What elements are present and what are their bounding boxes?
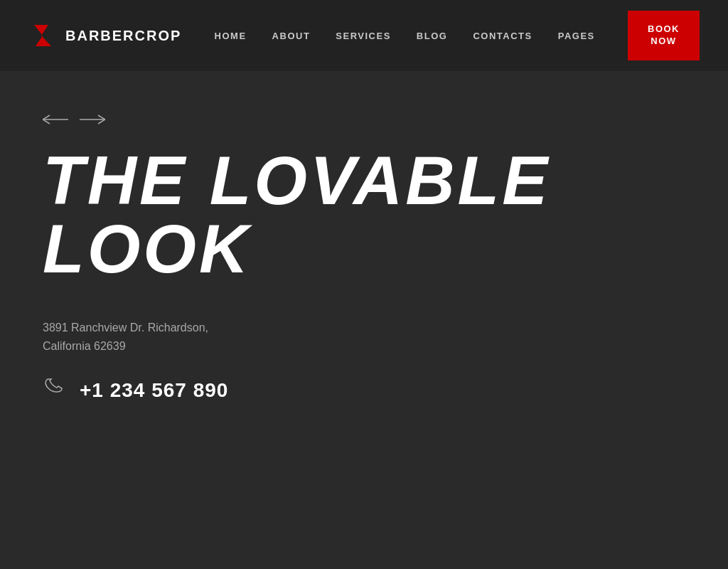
prev-button[interactable] <box>43 114 68 125</box>
header: BARBERCROP HOME ABOUT SERVICES BLOG CONT… <box>0 0 728 71</box>
address-line1: 3891 Ranchview Dr. Richardson, <box>43 319 685 337</box>
page-title: THE LOVABLE LOOK <box>43 147 685 283</box>
arrow-left-icon <box>43 114 68 125</box>
main-content: THE LOVABLE LOOK 3891 Ranchview Dr. Rich… <box>0 71 728 433</box>
logo-link[interactable]: BARBERCROP <box>28 21 181 50</box>
main-nav: HOME ABOUT SERVICES BLOG CONTACTS PAGES <box>215 31 595 41</box>
svg-marker-0 <box>34 25 51 46</box>
nav-about[interactable]: ABOUT <box>272 31 311 41</box>
nav-blog[interactable]: BLOG <box>417 31 448 41</box>
nav-contacts[interactable]: CONTACTS <box>473 31 532 41</box>
address-line2: California 62639 <box>43 337 685 356</box>
book-now-button[interactable]: BOOK NOW <box>628 11 700 60</box>
nav-home[interactable]: HOME <box>215 31 247 41</box>
phone-icon <box>43 376 68 405</box>
slider-controls <box>43 114 685 125</box>
logo-icon <box>28 21 57 50</box>
phone-row: +1 234 567 890 <box>43 376 685 405</box>
nav-pages[interactable]: PAGES <box>558 31 595 41</box>
address-block: 3891 Ranchview Dr. Richardson, Californi… <box>43 319 685 355</box>
arrow-right-icon <box>80 114 105 125</box>
nav-services[interactable]: SERVICES <box>336 31 391 41</box>
phone-number[interactable]: +1 234 567 890 <box>80 379 228 402</box>
logo-text: BARBERCROP <box>65 28 181 44</box>
next-button[interactable] <box>80 114 105 125</box>
